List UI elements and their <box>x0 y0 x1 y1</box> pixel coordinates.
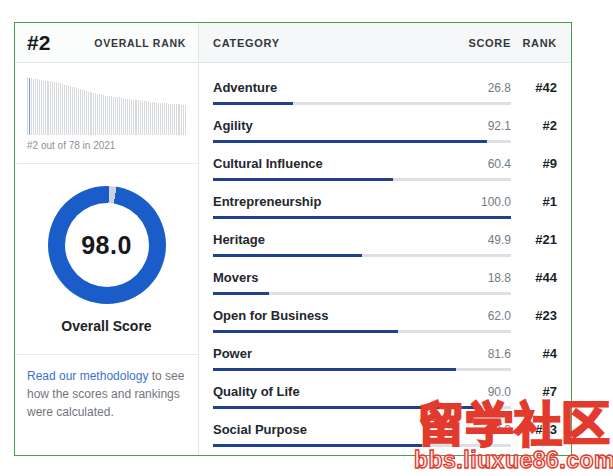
category-score: 26.8 <box>459 81 511 95</box>
histogram-bar <box>56 82 57 135</box>
histogram-bar <box>170 104 171 135</box>
histogram-bar <box>78 89 79 135</box>
histogram-bar <box>76 88 77 135</box>
category-name: Cultural Influence <box>213 156 459 171</box>
histogram-bar <box>90 92 91 135</box>
overall-rank-value: #2 <box>27 31 50 55</box>
score-bar-fill <box>213 406 481 409</box>
score-bar-track <box>213 178 511 181</box>
category-rank: #23 <box>511 308 557 323</box>
histogram-bar <box>62 84 63 135</box>
category-score: 81.6 <box>459 347 511 361</box>
histogram-bar <box>95 93 96 135</box>
histogram-bar <box>107 96 108 135</box>
category-score: 100.0 <box>459 195 511 209</box>
histogram-bar <box>140 100 141 135</box>
methodology-link[interactable]: Read our methodology <box>27 369 148 383</box>
overall-rank-panel: #2 OVERALL RANK #2 out of 78 in 2021 98.… <box>15 23 199 455</box>
table-row: Agility 92.1 #2 <box>213 118 557 143</box>
histogram-bar <box>121 98 122 135</box>
overall-score-value: 98.0 <box>81 231 132 260</box>
histogram-bar <box>119 97 120 135</box>
table-row: Movers 18.8 #44 <box>213 270 557 295</box>
histogram-bar <box>142 101 143 135</box>
category-score: 90.0 <box>459 385 511 399</box>
table-row: Social Purpose 70.3 #13 <box>213 422 557 447</box>
category-rank: #7 <box>511 384 557 399</box>
histogram-bar <box>146 101 147 135</box>
score-bar-fill <box>213 444 422 447</box>
histogram-bar <box>174 104 175 135</box>
row-text: Open for Business 62.0 #23 <box>213 308 557 323</box>
histogram-bar <box>117 97 118 135</box>
histogram-bar <box>183 105 184 135</box>
histogram-bar <box>181 105 182 135</box>
histogram-bar <box>133 100 134 135</box>
histogram-bar <box>45 81 46 136</box>
methodology-note: Read our methodology to see how the scor… <box>15 354 198 433</box>
category-rank: #9 <box>511 156 557 171</box>
histogram-bar <box>86 91 87 135</box>
histogram-bar <box>33 79 34 135</box>
histogram-bar <box>131 99 132 135</box>
category-rank: #42 <box>511 80 557 95</box>
histogram-bar <box>185 105 186 135</box>
histogram-bar <box>162 103 163 135</box>
rank-distribution-chart <box>27 77 186 135</box>
row-text: Adventure 26.8 #42 <box>213 80 557 95</box>
row-text: Agility 92.1 #2 <box>213 118 557 133</box>
category-name: Movers <box>213 270 459 285</box>
category-name: Social Purpose <box>213 422 459 437</box>
table-row: Power 81.6 #4 <box>213 346 557 371</box>
table-row: Open for Business 62.0 #23 <box>213 308 557 333</box>
score-bar-fill <box>213 178 393 181</box>
histogram-bar <box>135 100 136 135</box>
country-rank-card: #2 OVERALL RANK #2 out of 78 in 2021 98.… <box>14 22 572 456</box>
table-row: Heritage 49.9 #21 <box>213 232 557 257</box>
header-category: CATEGORY <box>213 37 459 49</box>
category-rank: #2 <box>511 118 557 133</box>
overall-rank-header: #2 OVERALL RANK <box>15 23 198 63</box>
overall-score-label: Overall Score <box>61 318 151 334</box>
table-row: Entrepreneurship 100.0 #1 <box>213 194 557 219</box>
histogram-bar <box>164 103 165 135</box>
histogram-bar <box>113 97 114 135</box>
histogram-bar <box>58 83 59 135</box>
score-bar-fill <box>213 368 456 371</box>
histogram-bar <box>176 104 177 135</box>
category-name: Adventure <box>213 80 459 95</box>
histogram-bar <box>93 93 94 135</box>
row-text: Cultural Influence 60.4 #9 <box>213 156 557 171</box>
histogram-bar <box>64 85 65 136</box>
header-score: SCORE <box>459 37 511 49</box>
row-text: Power 81.6 #4 <box>213 346 557 361</box>
category-name: Entrepreneurship <box>213 194 459 209</box>
score-bar-track <box>213 216 511 219</box>
category-rank: #1 <box>511 194 557 209</box>
histogram-bar <box>43 81 44 136</box>
category-name: Quality of Life <box>213 384 459 399</box>
score-bar-fill <box>213 292 269 295</box>
score-bar-track <box>213 292 511 295</box>
overall-score-donut-chart: 98.0 <box>48 186 166 304</box>
histogram-bar <box>41 80 42 135</box>
row-text: Social Purpose 70.3 #13 <box>213 422 557 437</box>
category-table-body: Adventure 26.8 #42 Agility 92.1 #2 Cultu… <box>199 63 571 447</box>
category-rank: #13 <box>511 422 557 437</box>
histogram-bar <box>158 103 159 136</box>
score-bar-track <box>213 368 511 371</box>
histogram-bar <box>105 96 106 135</box>
histogram-bar <box>115 97 116 135</box>
histogram-bar <box>109 96 110 135</box>
histogram-bar <box>166 103 167 135</box>
category-score: 18.8 <box>459 271 511 285</box>
category-score: 62.0 <box>459 309 511 323</box>
histogram-bar <box>156 103 157 136</box>
category-score: 60.4 <box>459 157 511 171</box>
histogram-bar <box>52 82 53 135</box>
histogram-bar <box>84 90 85 135</box>
histogram-bar <box>125 99 126 136</box>
histogram-bar <box>66 85 67 135</box>
histogram-bar <box>150 102 151 135</box>
histogram-bar <box>54 82 55 135</box>
